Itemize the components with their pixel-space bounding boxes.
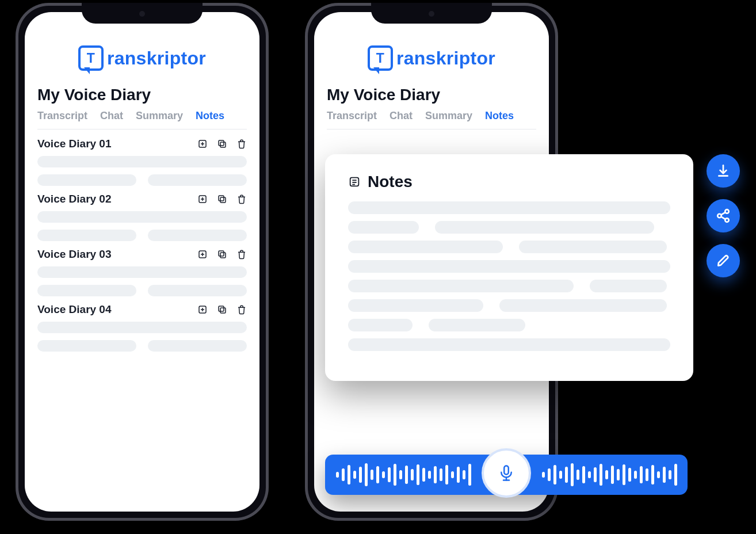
copy-icon[interactable] (217, 139, 227, 149)
edit-icon (716, 253, 731, 268)
copy-icon[interactable] (217, 304, 227, 315)
tabs: Transcript Chat Summary Notes (37, 110, 247, 129)
notes-card: Notes (325, 154, 693, 381)
copy-icon[interactable] (217, 194, 227, 204)
svg-rect-13 (220, 253, 226, 258)
waveform-right (531, 463, 688, 486)
add-icon[interactable] (197, 249, 208, 260)
svg-line-28 (721, 217, 725, 219)
entry-title: Voice Diary 04 (37, 303, 112, 316)
page-title: My Voice Diary (37, 86, 247, 104)
tab-transcript[interactable]: Transcript (327, 110, 377, 122)
logo-mark: T (78, 45, 104, 71)
svg-rect-8 (220, 197, 226, 203)
add-icon[interactable] (197, 304, 208, 315)
svg-rect-4 (219, 140, 224, 146)
placeholder-lines (37, 211, 247, 241)
diary-entry[interactable]: Voice Diary 04 (37, 303, 247, 352)
entry-actions (197, 304, 247, 315)
logo-text: ranskriptor (107, 48, 206, 69)
placeholder-lines (37, 266, 247, 296)
download-button[interactable] (707, 154, 740, 188)
diary-entry[interactable]: Voice Diary 03 (37, 248, 247, 296)
add-icon[interactable] (197, 139, 208, 149)
svg-rect-9 (219, 196, 224, 201)
trash-icon[interactable] (236, 249, 247, 260)
tabs: Transcript Chat Summary Notes (327, 110, 536, 129)
svg-rect-29 (504, 466, 509, 475)
tab-chat[interactable]: Chat (100, 110, 123, 122)
entry-actions (197, 249, 247, 260)
download-icon (716, 163, 731, 178)
diary-entry[interactable]: Voice Diary 02 (37, 193, 247, 241)
tab-notes[interactable]: Notes (485, 110, 514, 122)
notes-body (348, 201, 670, 351)
placeholder-lines (37, 156, 247, 186)
entry-actions (197, 194, 247, 204)
share-button[interactable] (707, 199, 740, 232)
diary-entry[interactable]: Voice Diary 01 (37, 138, 247, 186)
floating-actions (707, 154, 740, 277)
add-icon[interactable] (197, 194, 208, 204)
notes-heading: Notes (368, 173, 413, 191)
copy-icon[interactable] (217, 249, 227, 260)
svg-rect-14 (219, 251, 224, 256)
svg-line-27 (721, 212, 725, 215)
phone-notch (371, 3, 492, 24)
tab-summary[interactable]: Summary (425, 110, 472, 122)
edit-button[interactable] (707, 244, 740, 277)
share-icon (716, 208, 731, 223)
notes-icon (348, 176, 361, 188)
svg-rect-19 (219, 306, 224, 311)
entry-title: Voice Diary 03 (37, 248, 112, 261)
svg-rect-18 (220, 308, 226, 313)
logo-mark: T (368, 45, 393, 71)
placeholder-lines (37, 322, 247, 352)
tab-notes[interactable]: Notes (196, 110, 224, 122)
entry-title: Voice Diary 01 (37, 138, 112, 150)
record-bar (325, 455, 688, 495)
svg-rect-3 (220, 142, 226, 147)
page-title: My Voice Diary (327, 86, 536, 104)
logo-text: ranskriptor (396, 48, 495, 69)
microphone-icon (498, 464, 515, 482)
phone-notch (82, 3, 203, 24)
record-button[interactable] (482, 448, 531, 498)
trash-icon[interactable] (236, 139, 247, 149)
tab-transcript[interactable]: Transcript (37, 110, 87, 122)
trash-icon[interactable] (236, 304, 247, 315)
tab-summary[interactable]: Summary (136, 110, 183, 122)
entry-actions (197, 139, 247, 149)
phone-left: T ranskriptor My Voice Diary Transcript … (16, 3, 269, 521)
trash-icon[interactable] (236, 194, 247, 204)
entry-title: Voice Diary 02 (37, 193, 112, 205)
waveform-left (325, 463, 482, 486)
phone-screen-left: T ranskriptor My Voice Diary Transcript … (25, 12, 259, 512)
tab-chat[interactable]: Chat (390, 110, 413, 122)
